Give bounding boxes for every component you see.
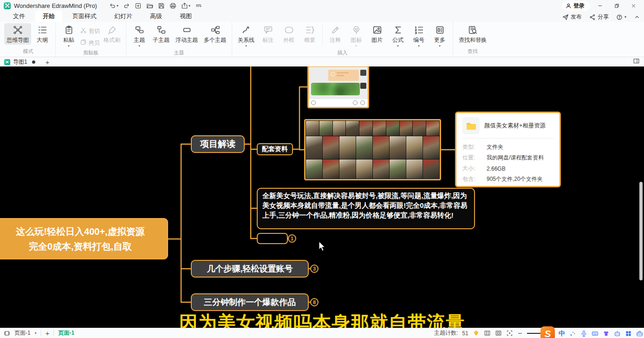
page-selector-caret-icon[interactable]: ▾: [35, 331, 37, 335]
menu-tabs: 文件开始页面样式幻灯片高级视图: [6, 11, 199, 22]
ime-grid-icon[interactable]: [624, 330, 632, 338]
make-video-node[interactable]: 三分钟制作一个爆款作品: [191, 293, 309, 311]
menu-tab-2[interactable]: 开始: [35, 11, 62, 22]
collapse-badge[interactable]: 8: [310, 298, 319, 306]
collapse-badge[interactable]: 1: [288, 234, 296, 243]
toolbar-more-icon[interactable]: [195, 2, 202, 9]
ime-mic-icon[interactable]: [580, 330, 587, 338]
file-card-row: 包含:905个文件,20个文件夹: [462, 174, 553, 185]
gem-icon[interactable]: [473, 330, 480, 337]
ime-robot-icon[interactable]: [613, 330, 621, 338]
boundary-button: 外框: [279, 23, 299, 45]
menu-tab-3[interactable]: 页面样式: [65, 11, 104, 22]
ime-toolbox-icon[interactable]: [636, 330, 643, 338]
outline-view-icon[interactable]: [484, 330, 491, 337]
zoom-out-icon[interactable]: [517, 331, 523, 336]
relationship-button[interactable]: 关系线▾: [235, 23, 257, 48]
numbering-icon: [414, 25, 424, 35]
minimize-button[interactable]: [593, 0, 607, 11]
export-icon[interactable]: ▾: [181, 2, 190, 9]
multitopic-icon: [210, 25, 220, 35]
video-subtitle: 因为美女视频吗本身那就自带流量: [0, 310, 644, 328]
mindmap-button[interactable]: 思维导图: [4, 23, 31, 45]
fit-screen-icon[interactable]: [506, 330, 513, 337]
more-button[interactable]: 更多▾: [430, 23, 449, 48]
add-page-button[interactable]: +: [46, 329, 50, 337]
brush-icon: [107, 25, 117, 35]
menu-tab-5[interactable]: 高级: [143, 11, 169, 22]
menu-tab-4[interactable]: 幻灯片: [107, 11, 140, 22]
empty-topic-node[interactable]: [257, 233, 288, 244]
page-tab[interactable]: 页面-1: [58, 329, 74, 337]
paste-button[interactable]: 粘贴▾: [59, 23, 78, 48]
ime-icons: [569, 330, 643, 338]
dropdown-caret-icon: ▾: [418, 45, 420, 47]
share-button[interactable]: 分享: [589, 13, 609, 21]
formula-button[interactable]: 公式▾: [388, 23, 408, 48]
file-info-card[interactable]: 颜值美女素材+相册资源 类型:文件夹位置:我的网盘/课程配套资料大小:2.66G…: [455, 112, 561, 187]
findreplace-icon: [468, 25, 478, 35]
publish-button[interactable]: 发布: [562, 13, 582, 21]
ribbon-group-caption: 插入: [338, 48, 348, 58]
multiple-topics-button[interactable]: 多个主题: [202, 23, 228, 45]
ribbon-group: 粘贴▾剪切拷贝格式刷剪贴板: [55, 22, 126, 57]
photo-grid-image[interactable]: [304, 119, 441, 180]
help-button[interactable]: ▾: [616, 14, 626, 20]
undo-icon[interactable]: ▾: [109, 2, 118, 9]
file-card-row: 类型:文件夹: [462, 142, 553, 152]
central-topic-node[interactable]: 这么玩!轻松日入400+,虚拟资源 完全0成本,资料打包,自取: [0, 218, 168, 259]
paste-icon: [64, 25, 74, 35]
vertical-scrollbar[interactable]: [639, 182, 643, 280]
ime-mode-chinese[interactable]: 中: [559, 330, 565, 338]
subtopic-icon: [156, 25, 166, 35]
central-topic-line1: 这么玩!轻松日入400+,虚拟资源: [16, 224, 144, 239]
collapse-ribbon-button[interactable]: [634, 14, 640, 20]
photo-row: [306, 159, 439, 179]
copy-button: 拷贝: [80, 39, 100, 47]
pages-panel-icon[interactable]: [4, 330, 10, 337]
support-material-node[interactable]: 配套资料: [257, 143, 293, 155]
subtopic-button[interactable]: 子主题: [150, 23, 172, 45]
callout-button: 标注: [258, 23, 278, 45]
document-tab[interactable]: 导图1: [13, 58, 27, 66]
dropdown-caret-icon: ▾: [245, 45, 247, 47]
find-replace-button[interactable]: 查找和替换: [456, 23, 489, 45]
new-file-icon[interactable]: [135, 2, 142, 9]
add-map-button[interactable]: +: [46, 58, 50, 66]
mindmap-canvas[interactable]: 颜值美女素材+相册资源 类型:文件夹位置:我的网盘/课程配套资料大小:2.66G…: [0, 66, 644, 328]
panel-toggle-icon: [633, 58, 640, 65]
open-file-icon[interactable]: [146, 2, 153, 9]
chat-screenshot-image[interactable]: [307, 66, 369, 108]
ribbon-group-caption: 查找: [468, 46, 478, 57]
setup-steps-node[interactable]: 几个步骤,轻松设置账号: [191, 260, 309, 278]
collapse-badge[interactable]: 3: [310, 265, 319, 273]
save-icon[interactable]: [158, 2, 165, 9]
ime-cursor-dots-icon[interactable]: [569, 330, 576, 338]
numbering-button[interactable]: 编号▾: [409, 23, 429, 48]
file-card-rows: 类型:文件夹位置:我的网盘/课程配套资料大小:2.66GB包含:905个文件,2…: [462, 142, 553, 185]
project-analysis-node[interactable]: 项目解读: [191, 135, 245, 153]
ime-keyboard-icon[interactable]: [591, 330, 598, 338]
avatar: [360, 70, 366, 76]
menu-tab-6[interactable]: 视图: [172, 11, 199, 22]
topic-button[interactable]: 主题▾: [130, 23, 149, 48]
login-button[interactable]: 登录: [562, 1, 590, 11]
floating-topic-button[interactable]: 浮动主题: [173, 23, 200, 45]
page-selector[interactable]: 页面-1: [14, 329, 31, 337]
print-icon[interactable]: [169, 2, 176, 9]
panel-toggle-button[interactable]: [633, 58, 640, 66]
dropdown-caret-icon: ▾: [355, 45, 357, 47]
more-icon: [435, 25, 445, 35]
slideshow-icon[interactable]: [495, 330, 502, 337]
menu-tab-1[interactable]: 文件: [6, 11, 33, 22]
close-button[interactable]: [626, 0, 640, 11]
picture-button[interactable]: 图片: [367, 23, 387, 45]
restore-button[interactable]: [610, 0, 624, 11]
outline-button[interactable]: 大纲: [33, 23, 52, 45]
outline-icon: [38, 25, 47, 35]
sogou-logo-icon[interactable]: S: [540, 326, 555, 338]
description-text-node[interactable]: 全新美女号玩法,直接解决容易被封号,被限流,等问题,流量爆炸,因为美女视频本身就…: [257, 188, 475, 229]
ime-skin-icon[interactable]: [602, 330, 610, 338]
chat-bubble: [328, 70, 359, 81]
redo-icon[interactable]: [123, 2, 130, 9]
